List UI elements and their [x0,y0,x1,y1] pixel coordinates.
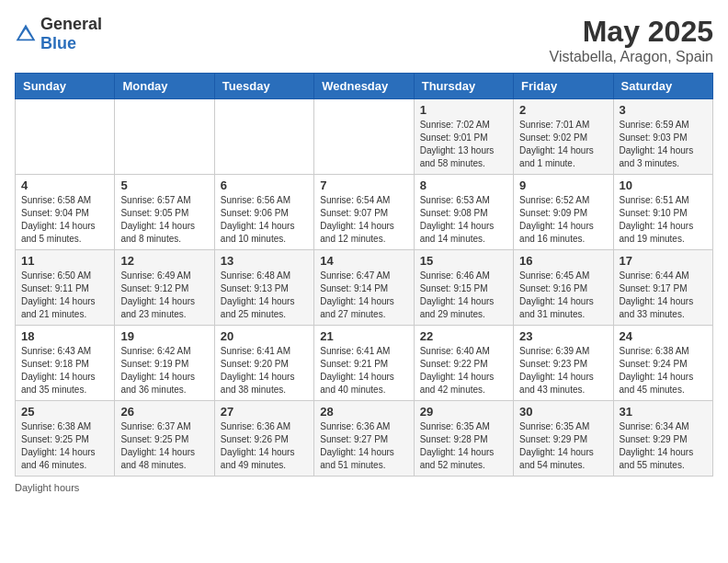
header-friday: Friday [514,74,613,99]
header-tuesday: Tuesday [214,74,313,99]
day-info: Sunrise: 6:46 AMSunset: 9:15 PMDaylight:… [420,270,507,321]
day-number: 4 [21,178,108,192]
page-header: General Blue May 2025 Vistabella, Aragon… [15,15,713,65]
day-number: 2 [519,103,607,117]
day-info: Sunrise: 6:58 AMSunset: 9:04 PMDaylight:… [21,194,108,246]
table-row: 27Sunrise: 6:36 AMSunset: 9:26 PMDayligh… [214,401,313,477]
day-info: Sunrise: 6:36 AMSunset: 9:26 PMDaylight:… [221,420,308,472]
table-row: 31Sunrise: 6:34 AMSunset: 9:29 PMDayligh… [613,401,712,477]
day-number: 5 [120,178,208,192]
day-info: Sunrise: 6:39 AMSunset: 9:23 PMDaylight:… [519,345,607,396]
header-monday: Monday [115,74,214,99]
calendar-body: 1Sunrise: 7:02 AMSunset: 9:01 PMDaylight… [16,99,713,477]
table-row: 6Sunrise: 6:56 AMSunset: 9:06 PMDaylight… [214,175,313,250]
header-sunday: Sunday [16,74,115,99]
header-wednesday: Wednesday [314,74,414,99]
table-row: 16Sunrise: 6:45 AMSunset: 9:16 PMDayligh… [514,250,613,326]
table-row: 1Sunrise: 7:02 AMSunset: 9:01 PMDaylight… [414,99,513,175]
day-info: Sunrise: 6:42 AMSunset: 9:19 PMDaylight:… [120,345,208,396]
day-info: Sunrise: 6:41 AMSunset: 9:20 PMDaylight:… [221,345,308,396]
day-number: 26 [120,405,208,419]
table-row: 18Sunrise: 6:43 AMSunset: 9:18 PMDayligh… [16,326,115,401]
day-number: 12 [120,254,208,268]
table-row: 23Sunrise: 6:39 AMSunset: 9:23 PMDayligh… [514,326,613,401]
logo-text: General Blue [40,15,102,53]
day-info: Sunrise: 7:02 AMSunset: 9:01 PMDaylight:… [420,119,507,170]
day-number: 8 [420,178,507,192]
table-row: 5Sunrise: 6:57 AMSunset: 9:05 PMDaylight… [115,175,214,250]
header-thursday: Thursday [414,74,513,99]
day-number: 3 [620,103,707,117]
day-info: Sunrise: 6:43 AMSunset: 9:18 PMDaylight:… [21,345,108,396]
day-number: 15 [420,254,507,268]
day-number: 24 [620,329,707,343]
calendar-table: Sunday Monday Tuesday Wednesday Thursday… [15,73,713,477]
day-number: 13 [221,254,308,268]
day-number: 11 [21,254,108,268]
table-row: 10Sunrise: 6:51 AMSunset: 9:10 PMDayligh… [613,175,712,250]
table-row: 9Sunrise: 6:52 AMSunset: 9:09 PMDaylight… [514,175,613,250]
logo-icon [15,23,37,45]
header-saturday: Saturday [613,74,712,99]
day-number: 10 [620,178,707,192]
table-row: 12Sunrise: 6:49 AMSunset: 9:12 PMDayligh… [115,250,214,326]
table-row: 21Sunrise: 6:41 AMSunset: 9:21 PMDayligh… [314,326,414,401]
location-title: Vistabella, Aragon, Spain [550,49,714,65]
day-info: Sunrise: 6:53 AMSunset: 9:08 PMDaylight:… [420,194,507,246]
table-row: 4Sunrise: 6:58 AMSunset: 9:04 PMDaylight… [16,175,115,250]
day-info: Sunrise: 6:41 AMSunset: 9:21 PMDaylight:… [320,345,407,396]
day-info: Sunrise: 6:35 AMSunset: 9:29 PMDaylight:… [519,420,607,472]
table-row: 13Sunrise: 6:48 AMSunset: 9:13 PMDayligh… [214,250,313,326]
table-row: 11Sunrise: 6:50 AMSunset: 9:11 PMDayligh… [16,250,115,326]
day-number: 20 [221,329,308,343]
day-info: Sunrise: 6:51 AMSunset: 9:10 PMDaylight:… [620,194,707,246]
day-number: 18 [21,329,108,343]
day-number: 30 [519,405,607,419]
table-row: 14Sunrise: 6:47 AMSunset: 9:14 PMDayligh… [314,250,414,326]
day-number: 14 [320,254,407,268]
day-number: 17 [620,254,707,268]
day-info: Sunrise: 6:37 AMSunset: 9:25 PMDaylight:… [120,420,208,472]
table-row: 15Sunrise: 6:46 AMSunset: 9:15 PMDayligh… [414,250,513,326]
table-row: 20Sunrise: 6:41 AMSunset: 9:20 PMDayligh… [214,326,313,401]
day-number: 21 [320,329,407,343]
calendar-header: Sunday Monday Tuesday Wednesday Thursday… [16,74,713,99]
day-info: Sunrise: 6:40 AMSunset: 9:22 PMDaylight:… [420,345,507,396]
day-info: Sunrise: 6:52 AMSunset: 9:09 PMDaylight:… [519,194,607,246]
logo-blue: Blue [40,34,76,52]
table-row: 25Sunrise: 6:38 AMSunset: 9:25 PMDayligh… [16,401,115,477]
day-info: Sunrise: 6:35 AMSunset: 9:28 PMDaylight:… [420,420,507,472]
day-number: 6 [221,178,308,192]
day-number: 16 [519,254,607,268]
footer: Daylight hours [15,482,713,493]
day-number: 27 [221,405,308,419]
table-row: 28Sunrise: 6:36 AMSunset: 9:27 PMDayligh… [314,401,414,477]
table-row: 3Sunrise: 6:59 AMSunset: 9:03 PMDaylight… [613,99,712,175]
table-row [314,99,414,175]
day-number: 28 [320,405,407,419]
day-number: 23 [519,329,607,343]
logo-general: General [40,15,102,33]
day-number: 19 [120,329,208,343]
day-info: Sunrise: 6:34 AMSunset: 9:29 PMDaylight:… [620,420,707,472]
table-row [16,99,115,175]
day-number: 7 [320,178,407,192]
table-row: 7Sunrise: 6:54 AMSunset: 9:07 PMDaylight… [314,175,414,250]
day-info: Sunrise: 6:57 AMSunset: 9:05 PMDaylight:… [120,194,208,246]
day-number: 22 [420,329,507,343]
day-info: Sunrise: 6:38 AMSunset: 9:24 PMDaylight:… [620,345,707,396]
table-row: 8Sunrise: 6:53 AMSunset: 9:08 PMDaylight… [414,175,513,250]
day-info: Sunrise: 6:54 AMSunset: 9:07 PMDaylight:… [320,194,407,246]
day-info: Sunrise: 6:56 AMSunset: 9:06 PMDaylight:… [221,194,308,246]
table-row [214,99,313,175]
month-title: May 2025 [550,15,714,49]
table-row: 19Sunrise: 6:42 AMSunset: 9:19 PMDayligh… [115,326,214,401]
day-info: Sunrise: 6:49 AMSunset: 9:12 PMDaylight:… [120,270,208,321]
day-number: 25 [21,405,108,419]
table-row: 17Sunrise: 6:44 AMSunset: 9:17 PMDayligh… [613,250,712,326]
table-row: 2Sunrise: 7:01 AMSunset: 9:02 PMDaylight… [514,99,613,175]
day-info: Sunrise: 6:59 AMSunset: 9:03 PMDaylight:… [620,119,707,170]
title-block: May 2025 Vistabella, Aragon, Spain [550,15,714,65]
day-number: 29 [420,405,507,419]
day-info: Sunrise: 6:36 AMSunset: 9:27 PMDaylight:… [320,420,407,472]
